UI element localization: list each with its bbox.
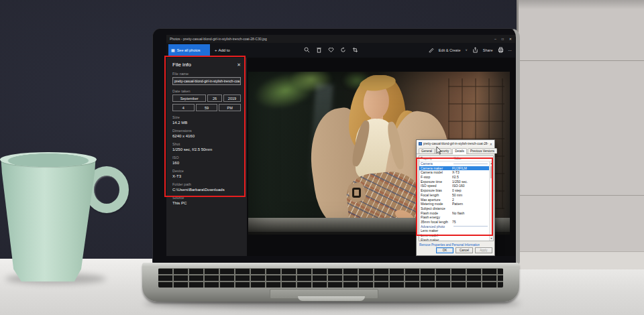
more-icon[interactable]: ⋯ xyxy=(508,48,513,52)
grid-icon: ▦ xyxy=(171,48,175,52)
row-property: Flash maker xyxy=(421,238,452,241)
laptop-lid-notch xyxy=(298,296,365,301)
tab-previous-versions[interactable]: Previous Versions xyxy=(468,148,497,153)
scroll-down-icon[interactable]: ▼ xyxy=(490,237,493,241)
delete-icon[interactable] xyxy=(316,47,322,53)
dialog-titlebar: pretty-casual-blond-girl-in-stylish-tren… xyxy=(417,140,494,147)
panel-seam xyxy=(519,60,644,61)
scene: Photos - pretty-casual-blond-girl-in-sty… xyxy=(0,0,644,315)
maximize-icon[interactable]: □ xyxy=(502,38,504,41)
image-file-icon xyxy=(419,142,422,145)
share-button[interactable]: Share xyxy=(483,48,493,52)
tab-details[interactable]: Details xyxy=(452,148,467,154)
dialog-tabs: General Security Details Previous Versio… xyxy=(417,147,494,154)
panel-seam xyxy=(519,195,644,196)
remove-properties-link[interactable]: Remove Properties and Personal Informati… xyxy=(419,243,480,247)
annotation-box-details-table xyxy=(416,158,493,236)
mouse-cursor xyxy=(436,146,442,158)
tab-general[interactable]: General xyxy=(419,148,435,153)
chevron-down-icon: ∨ xyxy=(466,48,468,52)
edit-create-icon[interactable] xyxy=(428,47,434,53)
see-all-photos-button[interactable]: ▦ See all photos xyxy=(168,44,210,56)
ok-button[interactable]: OK xyxy=(436,247,453,253)
annotation-box-file-info xyxy=(164,56,246,197)
panel-baseboard xyxy=(519,252,644,269)
dialog-title: pretty-casual-blond-girl-in-stylish-tren… xyxy=(423,142,488,145)
laptop-base xyxy=(142,263,519,302)
rotate-icon[interactable] xyxy=(340,47,346,53)
panel-top-shadow xyxy=(519,0,644,9)
laptop-keyboard xyxy=(158,268,503,288)
photos-titlebar: Photos - pretty-casual-blond-girl-in-sty… xyxy=(166,35,515,43)
edit-create-button[interactable]: Edit & Create xyxy=(439,48,461,52)
close-icon[interactable]: ✕ xyxy=(509,38,512,41)
favorite-icon[interactable] xyxy=(328,47,334,53)
crop-icon[interactable] xyxy=(352,47,358,53)
print-icon[interactable] xyxy=(498,47,504,53)
close-icon[interactable]: ✕ xyxy=(490,142,492,146)
wall-panel-right xyxy=(517,0,644,269)
zoom-icon[interactable] xyxy=(304,47,310,53)
window-title: Photos - pretty-casual-blond-girl-in-sty… xyxy=(170,37,267,41)
mug-rim xyxy=(0,152,97,167)
laptop-hinge xyxy=(142,263,519,267)
see-all-photos-label: See all photos xyxy=(177,48,201,52)
add-to-button[interactable]: + Add to xyxy=(215,44,230,56)
apply-button[interactable]: Apply xyxy=(475,247,492,253)
add-to-label: Add to xyxy=(219,48,230,52)
share-icon[interactable] xyxy=(472,47,478,53)
details-row[interactable]: Flash maker xyxy=(419,238,489,241)
minimize-icon[interactable]: – xyxy=(494,38,496,41)
file-info-field: Source This PC xyxy=(172,196,241,205)
add-icon: + xyxy=(215,48,217,52)
cancel-button[interactable]: Cancel xyxy=(455,247,473,253)
field-value: This PC xyxy=(172,201,241,205)
